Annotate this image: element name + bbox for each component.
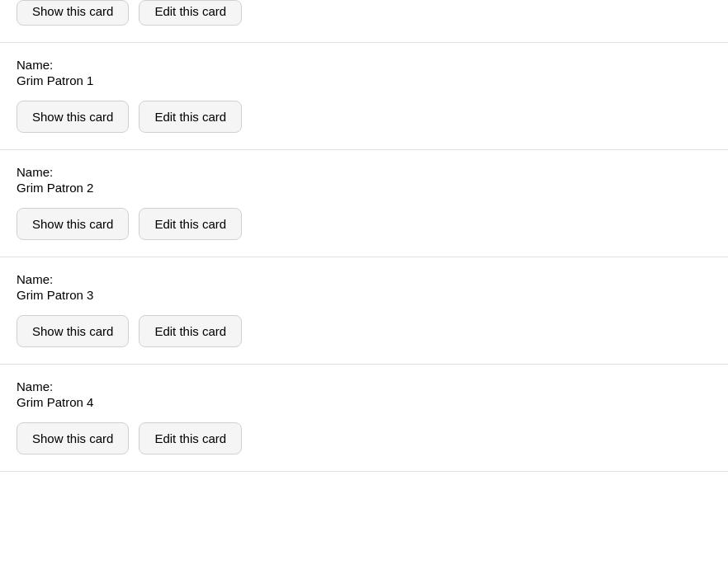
card-item-3: Name: Grim Patron 3 Show this card Edit … xyxy=(0,257,728,365)
edit-card-1-button[interactable]: Edit this card xyxy=(139,101,242,133)
card-4-buttons: Show this card Edit this card xyxy=(17,422,711,454)
show-card-4-button[interactable]: Show this card xyxy=(17,422,129,454)
partial-card-buttons: Show this card Edit this card xyxy=(17,0,711,34)
card-label-3: Name: xyxy=(17,272,711,286)
card-name-1: Grim Patron 1 xyxy=(17,73,711,87)
show-card-1-button[interactable]: Show this card xyxy=(17,101,129,133)
edit-card-2-button[interactable]: Edit this card xyxy=(139,208,242,240)
card-item-1: Name: Grim Patron 1 Show this card Edit … xyxy=(0,43,728,150)
card-item-2: Name: Grim Patron 2 Show this card Edit … xyxy=(0,150,728,257)
card-1-buttons: Show this card Edit this card xyxy=(17,101,711,133)
edit-card-4-button[interactable]: Edit this card xyxy=(139,422,242,454)
show-card-2-button[interactable]: Show this card xyxy=(17,208,129,240)
edit-card-3-button[interactable]: Edit this card xyxy=(139,315,242,347)
card-item-4: Name: Grim Patron 4 Show this card Edit … xyxy=(0,365,728,472)
partial-edit-button[interactable]: Edit this card xyxy=(139,0,242,26)
card-3-buttons: Show this card Edit this card xyxy=(17,315,711,347)
show-card-3-button[interactable]: Show this card xyxy=(17,315,129,347)
card-2-buttons: Show this card Edit this card xyxy=(17,208,711,240)
card-name-4: Grim Patron 4 xyxy=(17,395,711,409)
card-name-3: Grim Patron 3 xyxy=(17,288,711,302)
card-label-4: Name: xyxy=(17,379,711,393)
partial-card-item: Show this card Edit this card xyxy=(0,0,728,43)
card-label-1: Name: xyxy=(17,58,711,72)
card-name-2: Grim Patron 2 xyxy=(17,181,711,195)
partial-show-button[interactable]: Show this card xyxy=(17,0,129,26)
card-label-2: Name: xyxy=(17,165,711,179)
